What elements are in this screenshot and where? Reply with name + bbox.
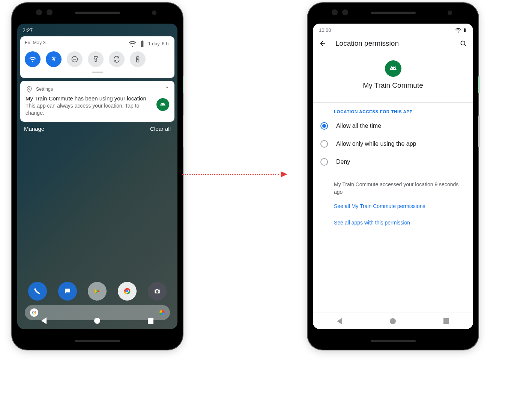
location-usage-notification[interactable]: Settings ⌃ My Train Commute has been usi… xyxy=(20,81,174,122)
clear-all-button[interactable]: Clear all xyxy=(150,126,171,132)
svg-point-8 xyxy=(156,290,159,293)
link-app-permissions[interactable]: See all My Train Commute permissions xyxy=(313,198,473,214)
option-label: Allow all the time xyxy=(336,123,381,129)
manage-button[interactable]: Manage xyxy=(24,126,44,132)
back-button[interactable] xyxy=(41,317,47,324)
notification-source: Settings xyxy=(36,87,53,92)
section-label: LOCATION ACCESS FOR THIS APP xyxy=(313,103,473,117)
qs-autorotate[interactable] xyxy=(109,51,125,67)
phone-right: 10:00 Location permission xyxy=(308,3,478,350)
recents-button[interactable] xyxy=(443,318,449,324)
battery-icon xyxy=(138,40,146,48)
app-badge-icon xyxy=(156,98,169,111)
option-label: Deny xyxy=(336,159,350,165)
app-name: My Train Commute xyxy=(313,81,473,90)
radio-button[interactable] xyxy=(320,158,328,166)
status-clock: 10:00 xyxy=(319,27,331,34)
option-label: Allow only while using the app xyxy=(336,141,416,147)
notification-body: This app can always access your location… xyxy=(26,102,169,117)
wifi-icon xyxy=(129,40,136,48)
page-title: Location permission xyxy=(335,39,451,48)
recents-button[interactable] xyxy=(148,318,153,324)
permission-option-2[interactable]: Deny xyxy=(313,153,473,171)
link-apps-with-permission[interactable]: See all apps with this permission xyxy=(313,214,473,231)
access-info: My Train Commute accessed your location … xyxy=(313,174,473,198)
permission-option-0[interactable]: Allow all the time xyxy=(313,117,473,135)
svg-point-11 xyxy=(394,68,395,69)
collapse-icon[interactable]: ⌃ xyxy=(165,85,169,91)
home-dock xyxy=(17,282,177,301)
system-navigation-bar xyxy=(17,313,177,329)
radio-button[interactable] xyxy=(320,140,328,148)
play-store-app[interactable] xyxy=(88,282,107,301)
notification-title: My Train Commute has been using your loc… xyxy=(26,95,169,102)
messages-app[interactable] xyxy=(58,282,77,301)
battery-icon xyxy=(463,28,467,34)
camera-app[interactable] xyxy=(148,282,167,301)
permission-option-1[interactable]: Allow only while using the app xyxy=(313,135,473,153)
svg-point-3 xyxy=(161,104,162,105)
back-button[interactable] xyxy=(337,318,342,325)
qs-battery-saver[interactable] xyxy=(130,51,146,67)
wifi-icon xyxy=(455,28,463,34)
chrome-app[interactable] xyxy=(118,282,137,301)
qs-dnd[interactable] xyxy=(67,51,83,67)
phone-left: 2:27 Fri, May 3 1 day, 6 hr xyxy=(12,3,183,350)
qs-flashlight[interactable] xyxy=(88,51,104,67)
quick-settings-panel[interactable]: Fri, May 3 1 day, 6 hr xyxy=(20,36,174,78)
qs-wifi[interactable] xyxy=(25,51,41,67)
radio-button[interactable] xyxy=(320,122,328,130)
qs-bluetooth[interactable] xyxy=(46,51,62,67)
shade-date: Fri, May 3 xyxy=(25,40,46,48)
search-icon[interactable] xyxy=(460,40,467,47)
permission-settings-screen: 10:00 Location permission xyxy=(313,24,473,329)
flow-arrow xyxy=(182,171,287,178)
svg-point-9 xyxy=(461,41,465,45)
app-icon xyxy=(385,60,401,77)
home-button[interactable] xyxy=(390,318,396,324)
system-navigation-bar xyxy=(313,313,473,329)
svg-point-4 xyxy=(164,104,164,105)
phone-app[interactable] xyxy=(28,282,47,301)
notification-shade-screen: 2:27 Fri, May 3 1 day, 6 hr xyxy=(17,24,177,329)
battery-text: 1 day, 6 hr xyxy=(148,41,170,46)
status-clock: 2:27 xyxy=(23,27,33,33)
home-button[interactable] xyxy=(94,318,100,324)
qs-tiles xyxy=(25,51,170,67)
drag-handle[interactable] xyxy=(92,72,103,73)
svg-point-10 xyxy=(391,68,392,69)
location-pin-icon xyxy=(26,85,33,93)
back-arrow-icon[interactable] xyxy=(319,40,326,47)
svg-point-7 xyxy=(126,290,129,293)
svg-point-2 xyxy=(29,88,30,89)
